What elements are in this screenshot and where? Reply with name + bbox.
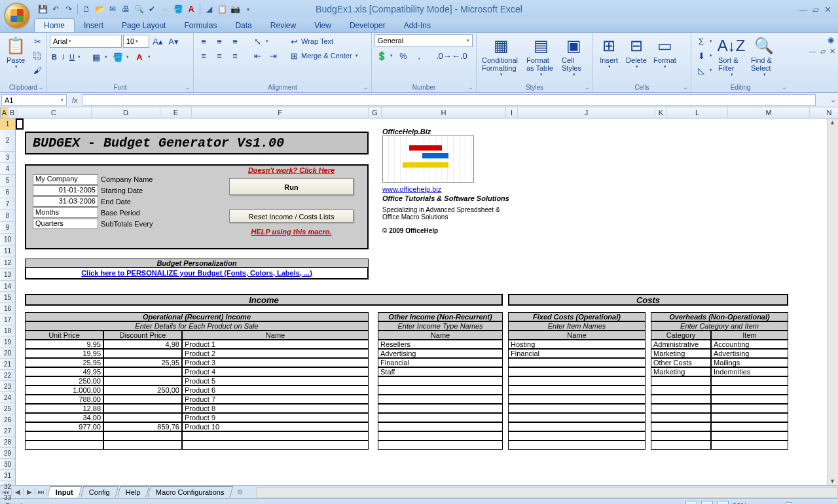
row-header-11[interactable]: 11 bbox=[0, 245, 15, 257]
start-date-input[interactable]: 01-01-2005 bbox=[33, 185, 98, 196]
table-cell[interactable]: 977,00 bbox=[25, 422, 103, 431]
table-cell[interactable] bbox=[25, 441, 103, 450]
number-format-combo[interactable]: General▾ bbox=[374, 34, 473, 47]
tab-data[interactable]: Data bbox=[226, 19, 261, 32]
table-cell[interactable]: 250,00 bbox=[25, 376, 103, 386]
col-header-J[interactable]: J bbox=[518, 107, 655, 118]
spellcheck-icon[interactable]: ✔ bbox=[146, 3, 158, 15]
conditional-formatting-button[interactable]: ▦ Conditional Formatting▾ bbox=[479, 34, 522, 79]
row-header-7[interactable]: 7 bbox=[0, 198, 15, 210]
col-header-K[interactable]: K bbox=[655, 107, 667, 118]
row-header-25[interactable]: 25 bbox=[0, 403, 15, 414]
subtotals-input[interactable]: Quarters bbox=[33, 219, 98, 229]
eraser-icon[interactable]: ◢ bbox=[203, 3, 215, 15]
bold-button[interactable]: B bbox=[50, 50, 59, 64]
table-cell[interactable] bbox=[711, 413, 788, 422]
new-icon[interactable]: 🗋 bbox=[81, 3, 92, 15]
table-cell[interactable] bbox=[378, 431, 503, 441]
table-cell[interactable] bbox=[711, 422, 788, 431]
mdi-restore-icon[interactable]: ▱ bbox=[820, 47, 826, 56]
table-cell[interactable]: 250,00 bbox=[103, 386, 182, 395]
table-cell[interactable]: Product 2 bbox=[182, 349, 369, 358]
table-cell[interactable]: Financial bbox=[508, 349, 646, 358]
table-cell[interactable] bbox=[508, 358, 646, 367]
doesnt-work-link[interactable]: Doesn't work? Click Here bbox=[223, 166, 360, 174]
table-cell[interactable]: Staff bbox=[378, 367, 503, 376]
formula-expand-icon[interactable]: ⌄ bbox=[828, 96, 838, 104]
row-header-24[interactable]: 24 bbox=[0, 392, 15, 403]
table-cell[interactable] bbox=[711, 386, 788, 395]
autosum-button[interactable]: Σ▾ bbox=[694, 34, 714, 48]
align-top-button[interactable]: ≡ bbox=[196, 34, 211, 48]
find-select-button[interactable]: 🔍Find & Select▾ bbox=[748, 34, 780, 79]
mdi-minimize-icon[interactable]: — bbox=[809, 47, 816, 56]
row-header-23[interactable]: 23 bbox=[0, 381, 15, 392]
table-cell[interactable] bbox=[651, 395, 711, 404]
table-cell[interactable] bbox=[651, 376, 711, 386]
zoom-in-icon[interactable]: + bbox=[829, 502, 833, 505]
col-header-D[interactable]: D bbox=[92, 107, 160, 118]
border-button[interactable]: ▦▾ bbox=[89, 50, 109, 64]
officehelp-url[interactable]: www.officehelp.biz bbox=[382, 185, 441, 193]
table-cell[interactable] bbox=[103, 404, 182, 413]
table-cell[interactable]: 859,76 bbox=[103, 422, 182, 431]
tab-formulas[interactable]: Formulas bbox=[175, 19, 226, 32]
table-cell[interactable] bbox=[508, 441, 646, 450]
table-cell[interactable] bbox=[651, 413, 711, 422]
fontcolor-icon[interactable]: A bbox=[185, 3, 197, 15]
fill-button[interactable]: ⬇▾ bbox=[694, 48, 714, 63]
fill-color-button[interactable]: 🪣▾ bbox=[111, 50, 131, 64]
table-cell[interactable]: 9,95 bbox=[25, 340, 103, 349]
align-center-button[interactable]: ≡ bbox=[212, 48, 227, 63]
row-header-31[interactable]: 31 bbox=[0, 470, 15, 481]
tab-view[interactable]: View bbox=[305, 19, 340, 32]
format-painter-button[interactable]: 🖌 bbox=[30, 63, 45, 77]
row-header-26[interactable]: 26 bbox=[0, 414, 15, 425]
quickprint-icon[interactable]: 🖶 bbox=[120, 3, 132, 15]
table-cell[interactable] bbox=[182, 441, 369, 450]
row-header-18[interactable]: 18 bbox=[0, 325, 15, 336]
view-normal-icon[interactable]: ▦ bbox=[685, 501, 697, 505]
table-cell[interactable] bbox=[103, 395, 182, 404]
row-header-21[interactable]: 21 bbox=[0, 359, 15, 370]
open-icon[interactable]: 📂 bbox=[94, 3, 105, 15]
orientation-button[interactable]: ⤡▾ bbox=[250, 34, 270, 48]
tab-home[interactable]: Home bbox=[34, 18, 75, 32]
align-middle-button[interactable]: ≡ bbox=[212, 34, 227, 48]
new-sheet-icon[interactable]: ⊕ bbox=[237, 488, 243, 496]
col-header-A[interactable]: A bbox=[1, 107, 9, 118]
table-cell[interactable]: Product 5 bbox=[182, 376, 369, 386]
table-cell[interactable] bbox=[182, 431, 369, 441]
table-cell[interactable] bbox=[508, 431, 646, 441]
table-cell[interactable] bbox=[378, 376, 503, 386]
table-cell[interactable] bbox=[508, 376, 646, 386]
zoom-out-icon[interactable]: − bbox=[751, 502, 755, 505]
table-cell[interactable] bbox=[711, 376, 788, 386]
table-cell[interactable]: Other Costs bbox=[651, 358, 711, 367]
fx-icon[interactable]: fx bbox=[72, 96, 78, 104]
insert-cells-button[interactable]: ⊞Insert▾ bbox=[596, 34, 622, 71]
increase-indent-button[interactable]: ⇥ bbox=[266, 48, 280, 63]
wrap-text-button[interactable]: ↩Wrap Text bbox=[287, 34, 360, 48]
table-cell[interactable]: Marketing bbox=[651, 349, 711, 358]
row-header-13[interactable]: 13 bbox=[0, 269, 15, 281]
table-cell[interactable] bbox=[508, 422, 646, 431]
mdi-close-icon[interactable]: ✕ bbox=[829, 47, 835, 56]
row-header-29[interactable]: 29 bbox=[0, 448, 15, 459]
sheet-tab-input[interactable]: Input bbox=[47, 486, 82, 497]
table-cell[interactable] bbox=[378, 395, 503, 404]
font-color-button[interactable]: A▾ bbox=[132, 50, 153, 64]
formula-bar[interactable] bbox=[82, 94, 816, 106]
grow-font-button[interactable]: A▴ bbox=[151, 34, 165, 48]
table-cell[interactable]: Financial bbox=[378, 358, 503, 367]
col-header-F[interactable]: F bbox=[192, 107, 369, 118]
col-header-I[interactable]: I bbox=[506, 107, 518, 118]
row-header-32[interactable]: 32 bbox=[0, 481, 15, 492]
row-header-6[interactable]: 6 bbox=[0, 187, 15, 198]
increase-decimal-button[interactable]: .0→ bbox=[434, 48, 448, 63]
table-cell[interactable] bbox=[508, 404, 646, 413]
row-header-16[interactable]: 16 bbox=[0, 303, 15, 314]
col-header-N[interactable]: N bbox=[810, 107, 838, 118]
cells-area[interactable]: BUDGEX - Budget Generator Vs1.00 My Comp… bbox=[16, 118, 827, 485]
format-as-table-button[interactable]: ▤ Format as Table▾ bbox=[524, 34, 558, 79]
